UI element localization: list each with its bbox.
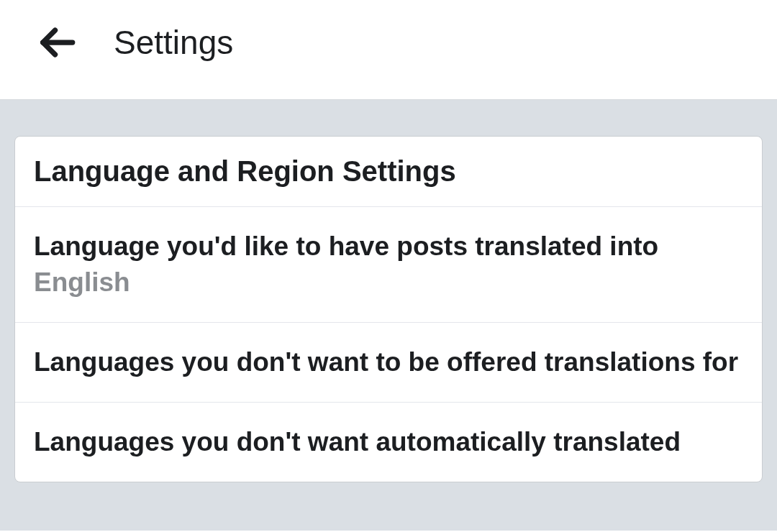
setting-item-translation-target[interactable]: Language you'd like to have posts transl… (15, 207, 762, 323)
section-heading: Language and Region Settings (15, 137, 762, 207)
setting-item-value: English (34, 265, 743, 301)
back-button[interactable] (36, 22, 78, 63)
content-area: Language and Region Settings Language yo… (0, 100, 777, 531)
header: Settings (0, 0, 777, 100)
setting-item-auto-translation-exclusions[interactable]: Languages you don't want automatically t… (15, 403, 762, 482)
setting-item-title: Language you'd like to have posts transl… (34, 229, 743, 265)
setting-item-title: Languages you don't want automatically t… (34, 424, 743, 460)
settings-card: Language and Region Settings Language yo… (14, 136, 763, 482)
setting-item-translation-exclusions[interactable]: Languages you don't want to be offered t… (15, 323, 762, 403)
setting-item-title: Languages you don't want to be offered t… (34, 344, 743, 380)
back-arrow-icon (36, 22, 78, 63)
page-title: Settings (114, 23, 233, 62)
